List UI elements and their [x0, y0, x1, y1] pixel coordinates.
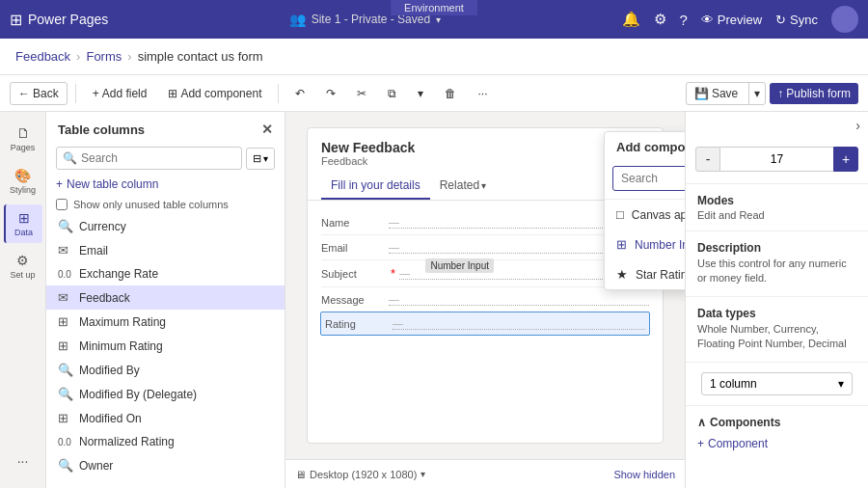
publish-button[interactable]: ↑ Publish form: [770, 83, 858, 104]
copy-button[interactable]: ⧉: [379, 82, 405, 105]
collapse-button[interactable]: ›: [855, 118, 860, 133]
sync-icon: ↻: [775, 13, 786, 27]
ac-item-canvas[interactable]: □ Canvas app: [605, 200, 685, 230]
form-bottom-bar: 🖥 Desktop (1920 x 1080) ▾ Show hidden: [285, 459, 685, 488]
chevron-down-icon[interactable]: ▾: [436, 14, 441, 25]
column-item-modified-by[interactable]: 🔍 Modified By: [46, 358, 285, 382]
breadcrumb-part3: simple contact us form: [138, 49, 263, 64]
filter-button[interactable]: ⊟ ▾: [246, 148, 275, 170]
back-button[interactable]: ← Back: [10, 82, 68, 105]
norm-icon: 0.0: [58, 437, 73, 447]
currency-icon: 🔍: [58, 219, 73, 233]
column-item-currency[interactable]: 🔍 Currency: [46, 214, 285, 238]
sidebar-item-data[interactable]: ⊞ Data: [4, 204, 42, 243]
form-canvas: New Feedback Feedback Fill in your detai…: [285, 112, 685, 459]
column-item-feedback[interactable]: ✉ Feedback: [46, 285, 285, 310]
sidebar-item-more[interactable]: ···: [4, 442, 42, 480]
redo-button[interactable]: ↷: [317, 82, 344, 105]
column-label-owner: Owner: [79, 459, 113, 473]
owner-icon: 🔍: [58, 458, 73, 473]
left-nav: 🗋 Pages 🎨 Styling ⊞ Data ⚙ Set up ···: [0, 112, 46, 488]
column-item-modified-delegate[interactable]: 🔍 Modified By (Delegate): [46, 382, 285, 406]
save-dropdown-button[interactable]: ▾: [748, 83, 765, 104]
column-item-normalized[interactable]: 0.0 Normalized Rating: [46, 430, 285, 453]
ac-item-star[interactable]: ★ Star Rating: [605, 259, 685, 289]
tab-fill[interactable]: Fill in your details: [321, 173, 430, 200]
top-nav-right: 🔔 ⚙ ? 👁 Preview ↻ Sync: [622, 6, 859, 33]
user-group-icon: 👥: [289, 12, 306, 27]
show-hidden-button[interactable]: Show hidden: [613, 469, 675, 480]
column-label-min: Minimum Rating: [79, 339, 163, 353]
field-message: Message —: [321, 287, 649, 312]
field-rating[interactable]: Rating —: [320, 312, 650, 336]
components-header[interactable]: ∧ Components: [697, 416, 856, 429]
styling-icon: 🎨: [14, 168, 31, 183]
mod-del-icon: 🔍: [58, 387, 73, 401]
number-minus-button[interactable]: -: [695, 147, 720, 172]
column-item-max-rating[interactable]: ⊞ Maximum Rating: [46, 310, 285, 334]
number-input-icon: ⊞: [616, 237, 627, 252]
component-icon: ⊞: [168, 87, 177, 100]
toolbar: ← Back + Add field ⊞ Add component ↶ ↷ ✂…: [0, 75, 868, 112]
column-item-min-rating[interactable]: ⊞ Minimum Rating: [46, 334, 285, 358]
column-item-modified-on[interactable]: ⊞ Modified On: [46, 406, 285, 430]
collapse-components-icon: ∧: [697, 416, 706, 429]
modes-section: Modes Edit and Read: [686, 188, 868, 227]
delete-button[interactable]: 🗑: [436, 82, 465, 105]
column-dropdown[interactable]: 1 column ▾: [701, 372, 853, 395]
ac-label-canvas: Canvas app: [632, 208, 685, 222]
help-icon[interactable]: ?: [680, 12, 688, 28]
columns-panel: Table columns ✕ 🔍 ⊟ ▾ + New table column…: [46, 112, 285, 488]
search-input[interactable]: [81, 151, 235, 165]
close-panel-button[interactable]: ✕: [261, 122, 273, 137]
sync-button[interactable]: ↻ Sync: [775, 13, 818, 27]
add-component-button[interactable]: ⊞ Add component: [159, 82, 270, 105]
unused-checkbox[interactable]: [56, 199, 68, 210]
add-column-button[interactable]: + New table column: [46, 174, 285, 195]
number-input-badge: Number Input: [425, 258, 494, 273]
column-label-normalized: Normalized Rating: [79, 435, 175, 448]
column-item-exchange[interactable]: 0.0 Exchange Rate: [46, 262, 285, 285]
max-icon: ⊞: [58, 314, 73, 329]
column-item-email[interactable]: ✉ Email: [46, 238, 285, 262]
ac-search-area: [605, 158, 685, 200]
sidebar-item-styling[interactable]: 🎨 Styling: [4, 162, 42, 201]
add-field-button[interactable]: + Add field: [84, 82, 156, 105]
number-display: 17: [720, 147, 833, 172]
unused-checkbox-row: Show only unused table columns: [46, 195, 285, 214]
device-chevron[interactable]: ▾: [420, 469, 425, 479]
toolbar-sep2: [278, 84, 279, 103]
toolbar-sep1: [75, 84, 76, 103]
top-nav: ⊞ Power Pages 👥 Site 1 - Private - Saved…: [0, 0, 868, 39]
save-button[interactable]: 💾 Save: [687, 83, 746, 104]
save-icon: 💾: [694, 87, 709, 100]
data-types-title: Data types: [697, 307, 856, 320]
gear-icon[interactable]: ⚙: [654, 11, 666, 28]
tab-related[interactable]: Related ▾: [430, 173, 496, 200]
filter-icon: ⊟: [253, 152, 261, 165]
breadcrumb-part1[interactable]: Feedback: [15, 49, 70, 64]
column-item-owner[interactable]: 🔍 Owner: [46, 453, 285, 477]
rp-divider3: [686, 296, 868, 297]
number-plus-button[interactable]: +: [833, 147, 858, 172]
nav-center: 👥 Site 1 - Private - Saved ▾: [116, 12, 613, 27]
add-component-rp-button[interactable]: + Component: [697, 435, 856, 452]
add-component-panel: Add component □ Canvas app ⊞ Number Inpu…: [604, 131, 685, 290]
ac-item-number[interactable]: ⊞ Number Input: [605, 230, 685, 259]
undo-button[interactable]: ↶: [286, 82, 313, 105]
bell-icon[interactable]: 🔔: [622, 11, 640, 28]
cut-button[interactable]: ✂: [348, 82, 375, 105]
sidebar-item-pages[interactable]: 🗋 Pages: [4, 120, 42, 158]
unused-label: Show only unused table columns: [73, 199, 229, 210]
ac-label-star: Star Rating: [636, 268, 685, 282]
filter-chevron: ▾: [263, 153, 268, 164]
sidebar-item-setup[interactable]: ⚙ Set up: [4, 247, 42, 285]
components-section: ∧ Components + Component: [686, 410, 868, 458]
overflow-button[interactable]: ···: [469, 82, 496, 105]
more-copy-button[interactable]: ▾: [409, 82, 432, 105]
preview-button[interactable]: 👁 Preview: [701, 13, 762, 27]
rp-divider5: [686, 405, 868, 406]
breadcrumb-part2[interactable]: Forms: [86, 49, 122, 64]
avatar[interactable]: [831, 6, 858, 33]
ac-search-input[interactable]: [612, 166, 685, 191]
